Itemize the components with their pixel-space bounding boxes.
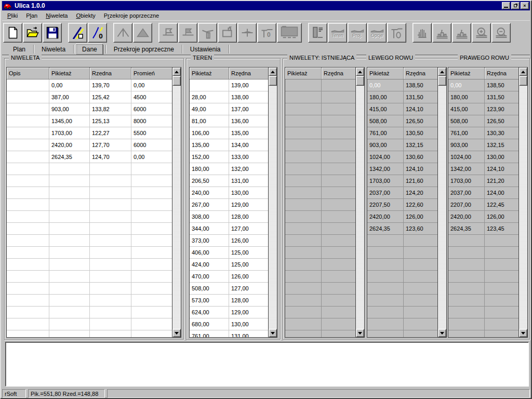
save-file-button[interactable] [43,23,62,43]
grid-cell[interactable]: 1703,00 [367,175,404,187]
grid-cell[interactable]: 81,00 [190,115,229,127]
grid-cell[interactable] [7,247,49,259]
grid-cell[interactable]: 133,82 [90,103,131,115]
grid-cell[interactable]: 2037,00 [367,187,404,199]
grid-cell[interactable]: 126,00 [485,211,520,223]
grid-cell[interactable] [7,235,49,247]
grid-cell[interactable] [448,295,485,307]
grid-cell[interactable] [90,235,131,247]
grid-cell[interactable]: 1024,00 [448,151,485,163]
grid-cell[interactable] [90,271,131,283]
menu-pliki[interactable]: Pliki [3,11,22,20]
grid-cell[interactable] [285,115,322,127]
grid-cell[interactable] [131,223,173,235]
grid-cell[interactable] [285,223,322,235]
grid-cell[interactable] [404,271,438,283]
grid-cell[interactable] [448,307,485,318]
grid-cell[interactable]: 126,00 [229,271,269,283]
grid-cell[interactable] [322,151,356,163]
grid-cell[interactable]: 761,00 [448,127,485,139]
grid-cell[interactable]: 2420,00 [367,211,404,223]
grid-cell[interactable]: 1342,00 [367,163,404,175]
grid-cell[interactable]: 415,00 [367,103,404,115]
grid-cell[interactable]: 2207,50 [367,199,404,211]
grid-cell[interactable] [322,115,356,127]
grid-cell[interactable] [131,307,173,318]
grid-cell[interactable] [448,259,485,271]
scroll-down-button[interactable] [269,329,277,337]
grid-cell[interactable] [367,307,404,318]
grid-cell[interactable] [404,247,438,259]
grid-cell[interactable] [49,211,90,223]
grid-cell[interactable]: 106,00 [190,127,229,139]
grid-cell[interactable]: 8000 [131,115,173,127]
grid-cell[interactable] [322,259,356,271]
minimize-button[interactable] [502,2,510,9]
grid-cell[interactable] [90,223,131,235]
grid-cell[interactable]: 134,00 [229,139,269,151]
grid-cell[interactable] [322,199,356,211]
grid-cell[interactable] [49,295,90,307]
grid-cell[interactable]: 122,27 [90,127,131,139]
grid-cell[interactable] [90,247,131,259]
grid-cell[interactable]: 137,00 [229,103,269,115]
tab-przekroje-poprzeczne[interactable]: Przekroje poprzeczne [106,44,182,55]
grid-cell[interactable] [367,283,404,295]
grid-cell[interactable] [90,259,131,271]
grid-cell[interactable]: 0,00 [448,79,485,91]
grid-cell[interactable] [322,283,356,295]
grid-cell[interactable]: 127,70 [90,139,131,151]
grid-cell[interactable]: 624,00 [190,307,229,318]
grid-cell[interactable]: 127,00 [229,223,269,235]
grid-cell[interactable] [448,283,485,295]
vertical-scrollbar[interactable] [437,68,446,337]
grid-cell[interactable] [322,139,356,151]
grid-cell[interactable]: 508,00 [448,115,485,127]
grid-cell[interactable] [322,103,356,115]
grid-cell[interactable] [285,79,322,91]
grid-cell[interactable] [322,295,356,307]
grid-cell[interactable]: 508,00 [190,283,229,295]
grid-cell[interactable] [131,271,173,283]
grid-cell[interactable]: 206,50 [190,175,229,187]
vertical-scrollbar[interactable] [355,68,364,337]
grid-cell[interactable] [7,283,49,295]
grid-cell[interactable] [131,211,173,223]
grid-cell[interactable] [367,330,404,338]
grid-cell[interactable] [322,223,356,235]
grid-cell[interactable]: 470,00 [190,271,229,283]
grid-cell[interactable] [131,187,173,199]
grid-cell[interactable] [90,318,131,330]
grid-cell[interactable] [404,307,438,318]
grid-cell[interactable] [367,295,404,307]
scrollbar-thumb[interactable] [269,76,277,86]
grid-cell[interactable] [485,271,520,283]
grid-cell[interactable]: 129,00 [229,307,269,318]
grid-cell[interactable]: 0,00 [131,151,173,163]
grid-cell[interactable]: 121,60 [404,175,438,187]
vertical-scrollbar[interactable] [518,68,527,337]
grid-cell[interactable] [322,271,356,283]
grid-cell[interactable]: 130,30 [485,127,520,139]
grid-cell[interactable]: 132,15 [404,139,438,151]
grid-cell[interactable] [485,235,520,247]
grid-cell[interactable]: 127,00 [229,283,269,295]
menu-plan[interactable]: Plan [22,11,42,20]
grid-cell[interactable] [404,235,438,247]
grid-cell[interactable] [7,318,49,330]
grid-cell[interactable]: 126,00 [404,211,438,223]
grid-cell[interactable]: 136,00 [229,115,269,127]
grid-cell[interactable] [285,127,322,139]
grid-cell[interactable] [404,283,438,295]
grid-cell[interactable]: 130,60 [404,151,438,163]
grid-cell[interactable] [285,151,322,163]
grid-cell[interactable]: 28,00 [190,91,229,103]
grid-cell[interactable] [285,187,322,199]
grid-cell[interactable] [322,187,356,199]
grid-cell[interactable]: 1024,00 [367,151,404,163]
grid-cell[interactable]: 126,00 [229,235,269,247]
grid-cell[interactable]: 130,00 [229,318,269,330]
grid-cell[interactable]: 2420,00 [448,211,485,223]
grid-cell[interactable]: 308,00 [190,211,229,223]
grid-cell[interactable]: 126,50 [404,115,438,127]
